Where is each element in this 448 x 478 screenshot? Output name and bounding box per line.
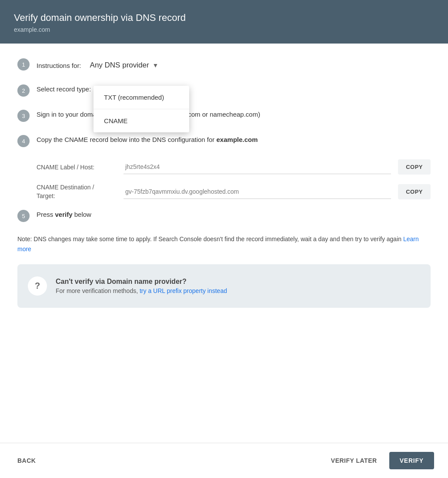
step-4: 4 Copy the CNAME record below into the D… [17, 134, 431, 147]
alt-box-title: Can't verify via Domain name provider? [56, 278, 227, 286]
cname-label-host-label: CNAME Label / Host: [37, 164, 124, 171]
page-header: Verify domain ownership via DNS record e… [0, 0, 448, 44]
footer-right: VERIFY LATER VERIFY [326, 452, 434, 469]
dns-provider-dropdown[interactable]: Any DNS provider ▼ [87, 59, 162, 71]
note-text: Note: DNS changes may take some time to … [17, 236, 403, 242]
step-1-number: 1 [17, 58, 30, 71]
url-prefix-link[interactable]: try a URL prefix property instead [140, 287, 227, 294]
cname-label-row: CNAME Label / Host: jhz5rte4s2x4 COPY [37, 159, 431, 175]
copy-cname-dest-button[interactable]: COPY [398, 184, 431, 199]
copy-cname-label-button[interactable]: COPY [398, 159, 431, 175]
cname-dest-label: CNAME Destination /Target: [37, 183, 124, 200]
step-2-row: Select record type: TXT (recommended) CN… [37, 85, 431, 93]
step-4-text-before: Copy the CNAME record below into the DNS… [37, 136, 217, 143]
step-4-content: Copy the CNAME record below into the DNS… [37, 134, 431, 143]
cname-label-value-wrapper: jhz5rte4s2x4 [124, 160, 391, 174]
record-type-menu: TXT (recommended) CNAME [94, 86, 189, 132]
cname-dest-value-wrapper: gv-75fzb7qavmmxiu.dv.googlehosted.com [124, 185, 391, 199]
menu-item-txt[interactable]: TXT (recommended) [94, 86, 189, 109]
dns-note: Note: DNS changes may take some time to … [17, 234, 431, 254]
alternative-box: ? Can't verify via Domain name provider?… [17, 264, 431, 308]
step-4-domain: example.com [217, 136, 258, 143]
page-title: Verify domain ownership via DNS record [14, 12, 434, 24]
back-button[interactable]: BACK [14, 453, 39, 468]
step-5: 5 Press verify below [17, 209, 431, 222]
step-1: 1 Instructions for: Any DNS provider ▼ [17, 57, 431, 71]
step-4-number: 4 [17, 135, 30, 147]
step-2-content: Select record type: TXT (recommended) CN… [37, 84, 431, 93]
step-3-number: 3 [17, 110, 30, 122]
step-5-text: Press verify below [37, 211, 91, 218]
step-5-number: 5 [17, 210, 30, 222]
step-4-text: Copy the CNAME record below into the DNS… [37, 136, 431, 143]
step-2: 2 Select record type: TXT (recommended) … [17, 84, 431, 97]
step-2-number: 2 [17, 84, 30, 97]
step-5-text-after: below [73, 211, 91, 218]
step-5-text-before: Press [37, 211, 55, 218]
page-footer: BACK VERIFY LATER VERIFY [0, 443, 448, 478]
step-1-content: Instructions for: Any DNS provider ▼ [37, 57, 431, 71]
cname-dest-row: CNAME Destination /Target: gv-75fzb7qavm… [37, 183, 431, 200]
verify-later-button[interactable]: VERIFY LATER [326, 453, 382, 468]
dns-provider-value: Any DNS provider [90, 61, 149, 70]
step-2-label: Select record type: [37, 85, 91, 93]
alt-box-body: For more verification methods, try a URL… [56, 287, 227, 294]
step-3: 3 Sign in to your domain name provider (… [17, 109, 431, 122]
chevron-down-icon: ▼ [153, 62, 159, 69]
step-1-row: Instructions for: Any DNS provider ▼ [37, 59, 431, 71]
cname-label-value: jhz5rte4s2x4 [125, 163, 160, 170]
menu-item-cname[interactable]: CNAME [94, 109, 189, 132]
alt-box-body-text: For more verification methods, [56, 287, 140, 294]
question-icon: ? [28, 276, 47, 296]
main-content: 1 Instructions for: Any DNS provider ▼ 2… [0, 44, 448, 443]
cname-fields: CNAME Label / Host: jhz5rte4s2x4 COPY CN… [37, 159, 431, 200]
verify-button[interactable]: VERIFY [389, 452, 434, 469]
footer-left: BACK [14, 453, 39, 468]
step-5-verify-word: verify [55, 211, 73, 218]
cname-dest-value: gv-75fzb7qavmmxiu.dv.googlehosted.com [125, 188, 239, 195]
alt-box-text: Can't verify via Domain name provider? F… [56, 278, 227, 294]
step-1-label: Instructions for: [37, 62, 81, 69]
step-5-content: Press verify below [37, 209, 431, 218]
page-subtitle: example.com [14, 26, 434, 33]
